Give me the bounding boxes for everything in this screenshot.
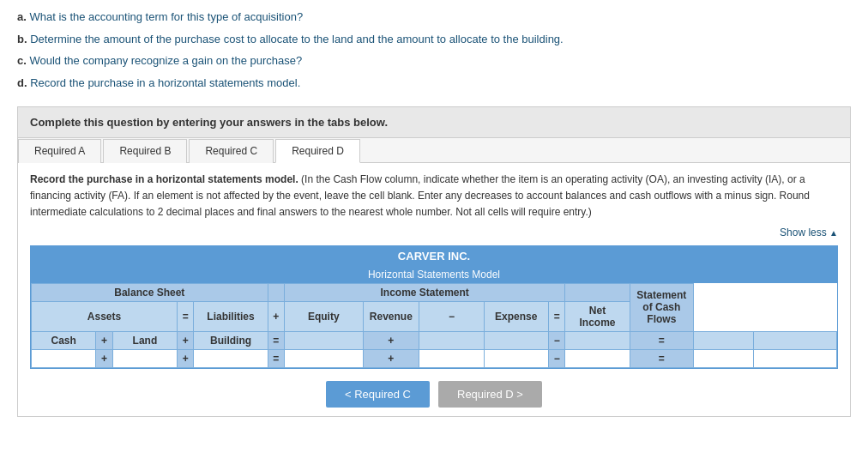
plus3-col: + <box>363 331 419 349</box>
tab-required-d[interactable]: Required D <box>275 139 360 163</box>
equity-input[interactable] <box>425 352 477 365</box>
eq1-row: = <box>268 349 284 367</box>
plus1-row: + <box>96 349 112 367</box>
plus3-row: + <box>363 349 419 367</box>
cash-input[interactable] <box>38 352 89 365</box>
revenue-input[interactable] <box>491 352 542 365</box>
question-d-text: Record the purchase in a horizontal stat… <box>30 76 300 89</box>
tab-instruction: Record the purchase in a horizontal stat… <box>30 172 838 221</box>
prev-button[interactable]: < Required C <box>326 381 430 408</box>
net-income-input[interactable] <box>697 352 749 365</box>
spacer-header <box>268 283 284 301</box>
expense-subheader <box>565 331 630 349</box>
tab-content: Record the purchase in a horizontal stat… <box>18 163 850 416</box>
assets-header: Assets <box>32 301 178 331</box>
expense-col-header: Expense <box>484 301 548 331</box>
net-income-col-header: Net Income <box>565 301 630 331</box>
revenue-col-header: Revenue <box>363 301 419 331</box>
revenue-subheader <box>484 331 548 349</box>
building-col-header: Building <box>194 331 268 349</box>
liabilities-subheader <box>285 331 364 349</box>
liabilities-input[interactable] <box>298 352 349 365</box>
scf-header: Statement of Cash Flows <box>630 283 693 331</box>
question-c-label: c. <box>17 54 27 67</box>
question-d-label: d. <box>17 76 27 89</box>
instruction-box: Complete this question by entering your … <box>17 106 851 138</box>
net-income-input-cell[interactable] <box>693 349 753 367</box>
instruction-text: Complete this question by entering your … <box>30 116 388 129</box>
land-input-cell[interactable] <box>112 349 177 367</box>
spacer-header2 <box>565 283 630 301</box>
liabilities-col-header: Liabilities <box>194 301 268 331</box>
question-a: a. What is the accounting term for this … <box>17 9 851 26</box>
expense-input[interactable] <box>572 352 624 365</box>
scf-input-cell[interactable] <box>753 349 836 367</box>
table-row: + + = + <box>32 349 837 367</box>
statements-table: Balance Sheet Income Statement Statement… <box>31 283 837 368</box>
eq1-col: = <box>268 331 284 349</box>
cash-input-cell[interactable] <box>32 349 96 367</box>
minus-col: − <box>548 331 564 349</box>
tab-required-a[interactable]: Required A <box>18 139 101 163</box>
net-income-subheader <box>693 331 753 349</box>
statements-table-container: CARVER INC. Horizontal Statements Model … <box>30 245 838 369</box>
balance-sheet-header: Balance Sheet <box>32 283 268 301</box>
table-subtitle: Horizontal Statements Model <box>31 266 837 283</box>
show-less-link[interactable]: Show less ▲ <box>30 226 838 239</box>
nav-buttons: < Required C Required D > <box>30 381 838 408</box>
land-input[interactable] <box>119 352 171 365</box>
table-title: CARVER INC. <box>31 246 837 266</box>
plus2-row: + <box>178 349 194 367</box>
question-d: d. Record the purchase in a horizontal s… <box>17 75 851 92</box>
scf-subheader <box>753 331 836 349</box>
building-input[interactable] <box>205 352 256 365</box>
minus-row: − <box>548 349 564 367</box>
tab-required-c[interactable]: Required C <box>189 139 274 163</box>
building-input-cell[interactable] <box>194 349 268 367</box>
eq-header-2: = <box>548 301 564 331</box>
question-b-text: Determine the amount of the purchase cos… <box>30 33 564 45</box>
questions-section: a. What is the accounting term for this … <box>17 9 851 91</box>
tab-required-b[interactable]: Required B <box>103 139 187 163</box>
question-a-text: What is the accounting term for this typ… <box>29 10 303 23</box>
revenue-input-cell[interactable] <box>484 349 548 367</box>
plus-equity-header: + <box>268 301 284 331</box>
equity-input-cell[interactable] <box>419 349 484 367</box>
eq2-col: = <box>630 331 693 349</box>
eq-header-1: = <box>178 301 194 331</box>
question-c-text: Would the company recognize a gain on th… <box>29 54 302 67</box>
land-col-header: Land <box>112 331 177 349</box>
equity-col-header: Equity <box>285 301 364 331</box>
show-less-arrow-icon: ▲ <box>829 228 838 238</box>
plus2-header: + <box>178 331 194 349</box>
expense-input-cell[interactable] <box>565 349 630 367</box>
cash-col-header: Cash <box>32 331 96 349</box>
question-c: c. Would the company recognize a gain on… <box>17 52 851 69</box>
liabilities-input-cell[interactable] <box>285 349 364 367</box>
plus1-header: + <box>96 331 112 349</box>
tabs-container: Required A Required B Required C Require… <box>17 138 851 417</box>
next-button[interactable]: Required D > <box>438 381 542 408</box>
question-a-label: a. <box>17 10 27 23</box>
income-statement-header: Income Statement <box>285 283 565 301</box>
equity-subheader <box>419 331 484 349</box>
minus-header: − <box>419 301 484 331</box>
tabs-row: Required A Required B Required C Require… <box>18 138 850 163</box>
scf-input[interactable] <box>769 352 821 365</box>
question-b: b. Determine the amount of the purchase … <box>17 31 851 48</box>
question-b-label: b. <box>17 33 27 45</box>
eq2-row: = <box>630 349 693 367</box>
